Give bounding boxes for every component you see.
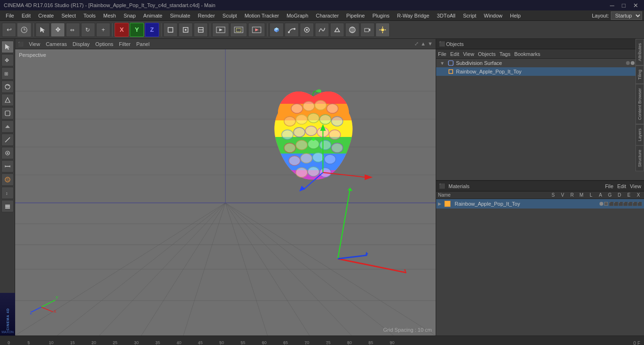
layers2-btn[interactable] [1,200,14,212]
tab-attributes[interactable]: Attributes [635,39,644,65]
om-menu-view[interactable]: View [463,51,474,57]
om-menu-tags[interactable]: Tags [500,51,510,57]
viewport-canvas[interactable]: Y X Z Perspective Grid Spacing : 10 cm [15,49,436,336]
deformer-tool[interactable] [330,23,344,37]
render-picture[interactable] [248,23,265,37]
select-tool[interactable] [36,23,50,37]
paint2-btn[interactable]: S [1,173,14,186]
menu-mograph[interactable]: MoGraph [283,12,312,19]
om-dot-green[interactable] [631,61,635,65]
knife-btn[interactable] [1,134,14,146]
z-axis-btn[interactable]: Z [145,23,159,37]
menu-edit[interactable]: Edit [18,12,35,19]
viewport-menu-panel[interactable]: Panel [136,41,150,47]
om-menu-bookmarks[interactable]: Bookmarks [514,51,540,57]
redo-button[interactable] [17,23,31,37]
maxon-brand-text: MAXON [1,330,14,334]
menu-select[interactable]: Select [58,12,80,19]
mm-row-apple[interactable]: ▶ Rainbow_Apple_Pop_It_Toy ⬛⬛⬛⬛⬛⬛⬛ [436,199,644,209]
menu-rway[interactable]: R-Way Bridge [394,12,433,19]
viewport-menu-view[interactable]: View [29,41,40,47]
scale-mode-btn[interactable]: ⊞ [1,67,14,80]
deform2-btn[interactable]: ↕ [1,187,14,199]
mm-menu-view[interactable]: View [630,183,641,189]
nurbs-tool[interactable] [315,23,329,37]
measure-btn[interactable] [1,160,14,172]
camera-tool[interactable] [360,23,375,37]
viewport-menu-options[interactable]: Options [95,41,113,47]
paint-btn[interactable] [1,147,14,159]
om-row-subdivision[interactable]: ▼ Subdivision Surface ✓ [436,59,644,67]
om-row-apple[interactable]: Rainbow_Apple_Pop_It_Toy [436,67,644,76]
menu-3dtoall[interactable]: 3DTоAll [433,12,459,19]
viewport-settings-btn[interactable]: ▼ [428,41,433,47]
menu-script[interactable]: Script [459,12,480,19]
viewport-resize-btn[interactable]: ⤢ [414,41,419,47]
menu-simulate[interactable]: Simulate [166,12,194,19]
menu-create[interactable]: Create [35,12,58,19]
menu-motion-tracker[interactable]: Motion Tracker [241,12,283,19]
scene-object[interactable] [345,23,359,37]
subdiv-btn[interactable] [1,107,14,119]
viewport-menu-display[interactable]: Display [72,41,89,47]
undo-button[interactable]: ↩ [2,23,16,37]
mm-menu-file[interactable]: File [605,183,614,189]
scale-tool[interactable]: ⇔ [66,23,80,37]
tab-layers[interactable]: Layers [635,124,644,145]
point-mode[interactable] [179,23,193,37]
light-tool[interactable] [376,23,390,37]
viewport-menu-cameras[interactable]: Cameras [46,41,67,47]
menu-tools[interactable]: Tools [80,12,99,19]
mm-icons-text: ⬛⬛⬛⬛⬛⬛⬛ [609,202,642,206]
menu-window[interactable]: Window [480,12,506,19]
layout-dropdown[interactable]: Startup [611,11,642,20]
transform-tool[interactable]: + [96,23,110,37]
cube-primitive[interactable] [269,23,284,37]
main-toolbar: ↩ ✥ ⇔ ↻ + X Y Z [0,21,644,39]
poly-btn[interactable] [1,94,14,106]
menu-pipeline[interactable]: Pipeline [342,12,368,19]
menu-help[interactable]: Help [506,12,525,19]
close-button[interactable]: ✕ [631,2,640,9]
mm-menu-edit[interactable]: Edit [617,183,626,189]
om-menu-objects[interactable]: Objects [478,51,495,57]
tab-content-browser[interactable]: Content Browser [635,84,644,124]
viewport-menu-filter[interactable]: Filter [119,41,130,47]
menu-file[interactable]: File [2,12,18,19]
edge-mode[interactable] [194,23,208,37]
menu-sculpt[interactable]: Sculpt [219,12,241,19]
minimize-button[interactable]: ─ [608,2,616,9]
svg-line-113 [41,300,55,307]
move-tool[interactable]: ✥ [51,23,65,37]
select-mode-btn[interactable] [1,41,14,53]
render-region[interactable] [230,23,247,37]
om-menu-file[interactable]: File [438,51,447,57]
extrude-btn[interactable] [1,120,14,133]
om-expand-icon[interactable]: ▼ [440,61,445,66]
x-axis-btn[interactable]: X [115,23,129,37]
viewport-expand-btn[interactable]: ▲ [420,41,426,47]
tab-structure[interactable]: Structure [635,145,644,172]
rotate-mode-btn[interactable] [1,81,14,93]
svg-text:✥: ✥ [55,26,61,33]
move-mode-btn[interactable]: ✥ [1,54,14,66]
titlebar-controls[interactable]: ─ □ ✕ [608,2,640,9]
om-dot-check[interactable] [626,61,630,65]
menu-render[interactable]: Render [194,12,219,19]
rotate-tool[interactable]: ↻ [81,23,95,37]
om-menu-edit[interactable]: Edit [450,51,459,57]
menu-plugins[interactable]: Plugins [368,12,393,19]
curve-tool[interactable] [285,23,299,37]
layout-selector[interactable]: Layout: Startup [592,11,642,20]
object-mode[interactable] [163,23,178,37]
transform-gizmo[interactable] [290,116,385,210]
tab-tiling[interactable]: Tiling [635,65,644,84]
menu-character[interactable]: Character [312,12,342,19]
menu-animate[interactable]: Animate [140,12,166,19]
menu-mesh[interactable]: Mesh [99,12,120,19]
maximize-button[interactable]: □ [620,2,627,9]
menu-snap[interactable]: Snap [120,12,140,19]
y-axis-btn[interactable]: Y [130,23,144,37]
spline-tool[interactable] [300,23,314,37]
render-viewport[interactable] [212,23,229,37]
